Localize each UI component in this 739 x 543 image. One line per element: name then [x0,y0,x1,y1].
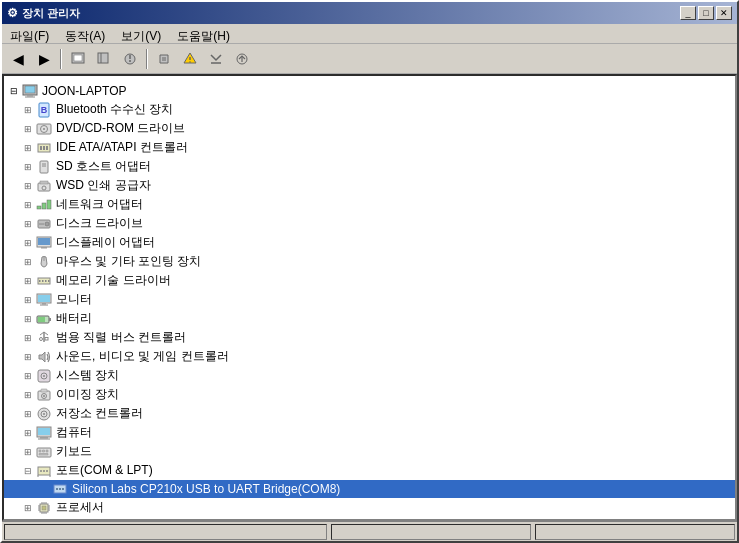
svg-rect-29 [40,181,48,184]
status-bar [2,521,737,541]
dvd-label: DVD/CD-ROM 드라이브 [54,120,187,137]
tree-root-item[interactable]: ⊟ JOON-LAPTOP [4,82,735,100]
computer-icon [22,83,38,99]
tree-item-processor[interactable]: ⊞ [4,498,735,517]
forward-button[interactable]: ▶ [32,47,56,71]
svg-rect-43 [42,280,44,282]
sd-icon [36,159,52,175]
svg-rect-2 [98,53,108,63]
close-button[interactable]: ✕ [716,6,732,20]
memory-icon [36,273,52,289]
device-manager-window: ⚙ 장치 관리자 _ □ ✕ 파일(F) 동작(A) 보기(V) 도움말(H) … [0,0,739,543]
tree-item-sd[interactable]: ⊞ SD 호스트 어댑터 [4,157,735,176]
tree-item-battery[interactable]: ⊞ 배터리 [4,309,735,328]
svg-rect-52 [38,317,45,322]
menu-action[interactable]: 동작(A) [57,26,113,41]
menu-bar: 파일(F) 동작(A) 보기(V) 도움말(H) [2,24,737,44]
tree-item-usb[interactable]: ⊞ 범용 직렬 버스 컨트롤러 [4,328,735,347]
computer-label: 컴퓨터 [54,424,94,441]
tree-item-mouse[interactable]: ⊞ 마우스 및 기타 포인팅 장치 [4,252,735,271]
sound-label: 사운드, 비디오 및 게임 컨트롤러 [54,348,231,365]
expand-memory: ⊞ [20,273,36,289]
svg-rect-70 [39,450,41,452]
toolbar-btn-1[interactable] [66,47,90,71]
toolbar: ◀ ▶ [2,44,737,74]
toolbar-btn-6[interactable] [204,47,228,71]
status-pane-2 [331,524,531,540]
title-icon: ⚙ [7,6,18,20]
svg-rect-39 [41,247,47,249]
expand-sound: ⊞ [20,349,36,365]
expand-computer: ⊞ [20,425,36,441]
keyboard-icon [36,444,52,460]
status-pane-1 [4,524,327,540]
network-label: 네트워크 어댑터 [54,196,145,213]
menu-file[interactable]: 파일(F) [2,26,57,41]
title-bar-left: ⚙ 장치 관리자 [7,6,80,21]
battery-icon [36,311,52,327]
port-label: 포트(COM & LPT) [54,462,155,479]
tree-item-imaging[interactable]: ⊞ 이미징 장치 [4,385,735,404]
svg-point-20 [43,128,45,130]
storage-icon [36,406,52,422]
toolbar-btn-7[interactable] [230,47,254,71]
com-port-icon [52,481,68,497]
tree-panel[interactable]: ⊟ JOON-LAPTOP ⊞ [2,74,737,521]
expand-battery: ⊞ [20,311,36,327]
toolbar-btn-5[interactable] [178,47,202,71]
svg-rect-71 [43,450,45,452]
tree-item-display[interactable]: ⊞ 디스플레이 어댑터 [4,233,735,252]
toolbar-btn-2[interactable] [92,47,116,71]
expand-processor: ⊞ [20,500,36,516]
svg-rect-25 [40,161,48,173]
bluetooth-icon: B [36,102,52,118]
expand-usb: ⊞ [20,330,36,346]
svg-point-64 [43,413,45,415]
svg-rect-24 [46,146,48,150]
tree-item-port[interactable]: ⊟ 포트(COM & LPT) [4,461,735,480]
window-title: 장치 관리자 [22,6,80,21]
svg-point-83 [62,488,64,490]
tree-item-memory[interactable]: ⊞ 메모리 기술 드라이버 [4,271,735,290]
tree-item-keyboard[interactable]: ⊞ 키보드 [4,442,735,461]
back-button[interactable]: ◀ [6,47,30,71]
minimize-button[interactable]: _ [680,6,696,20]
tree-item-bluetooth[interactable]: ⊞ B Bluetooth 수수신 장치 [4,100,735,119]
svg-point-82 [59,488,61,490]
disk-label: 디스크 드라이브 [54,215,145,232]
menu-view[interactable]: 보기(V) [113,26,169,41]
expand-ide: ⊞ [20,140,36,156]
imaging-label: 이미징 장치 [54,386,121,403]
expand-system: ⊞ [20,368,36,384]
expand-sd: ⊞ [20,159,36,175]
tree-item-sound[interactable]: ⊞ 사운드, 비디오 및 게임 컨트롤러 [4,347,735,366]
tree-item-computer[interactable]: ⊞ 컴퓨터 [4,423,735,442]
toolbar-btn-4[interactable] [152,47,176,71]
toolbar-btn-3[interactable] [118,47,142,71]
svg-rect-66 [38,428,50,435]
menu-help[interactable]: 도움말(H) [169,26,238,41]
tree-item-system[interactable]: ⊞ 시스템 장치 [4,366,735,385]
tree-item-ide[interactable]: ⊞ IDE ATA/ATAPI 컨트롤러 [4,138,735,157]
maximize-button[interactable]: □ [698,6,714,20]
tree-item-monitor[interactable]: ⊞ 모니터 [4,290,735,309]
monitor-label: 모니터 [54,291,94,308]
expand-port: ⊟ [20,463,36,479]
dvd-icon [36,121,52,137]
tree-item-storage[interactable]: ⊞ 저장소 컨트롤러 [4,404,735,423]
svg-point-8 [189,61,191,63]
expand-imaging: ⊞ [20,387,36,403]
expand-mouse: ⊞ [20,254,36,270]
tree-item-disk[interactable]: ⊞ 디스크 드라이브 [4,214,735,233]
tree-item-wsd[interactable]: ⊞ WSD 인쇄 공급자 [4,176,735,195]
bluetooth-label: Bluetooth 수수신 장치 [54,101,175,118]
svg-rect-15 [25,97,35,98]
svg-point-35 [45,222,49,226]
tree-item-network[interactable]: ⊞ 네트워크 어댑터 [4,195,735,214]
svg-point-61 [43,395,45,397]
tree-item-silicon-labs[interactable]: Silicon Labs CP210x USB to UART Bridge(C… [4,480,735,498]
title-bar: ⚙ 장치 관리자 _ □ ✕ [2,2,737,24]
tree-item-dvd[interactable]: ⊞ DVD/CD-ROM 드라이브 [4,119,735,138]
root-expand-icon: ⊟ [6,83,22,99]
expand-silicon [36,481,52,497]
